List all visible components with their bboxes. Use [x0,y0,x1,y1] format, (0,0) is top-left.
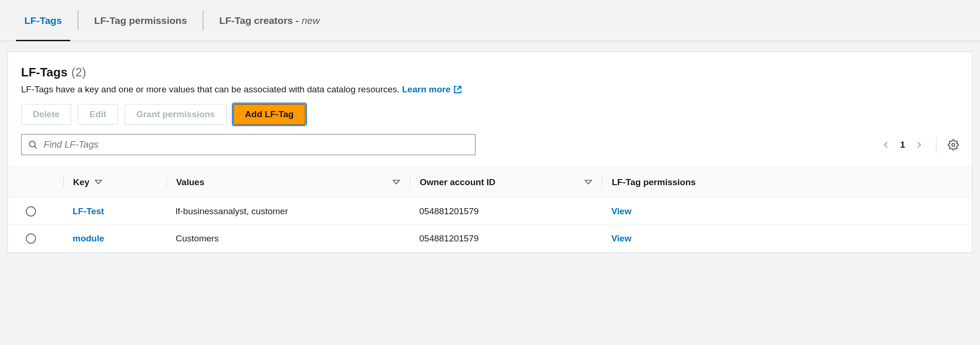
grant-permissions-button[interactable]: Grant permissions [125,104,227,125]
tab-divider [78,11,78,30]
panel-header: LF-Tags (2) LF-Tags have a key and one o… [8,65,972,95]
pagination: 1 [880,137,959,153]
column-label: Owner account ID [420,177,496,188]
row-radio[interactable] [26,233,36,244]
page-title: LF-Tags (2) [21,65,86,80]
new-badge: new [302,15,320,26]
view-permissions-link[interactable]: View [602,233,959,244]
action-bar: Delete Edit Grant permissions Add LF-Tag [21,104,959,125]
owner-cell: 054881201579 [410,233,602,244]
table-header-row: Key Values Owner account ID LF-Tag permi… [8,167,972,198]
filter-icon[interactable] [94,178,103,187]
chevron-left-icon [880,139,891,150]
search-icon [28,140,38,150]
svg-point-0 [30,141,35,147]
page-number: 1 [900,140,905,150]
pager-divider [936,137,936,153]
edit-button[interactable]: Edit [78,104,118,125]
filter-icon[interactable] [584,178,593,187]
key-link[interactable]: LF-Test [63,206,166,217]
toolbar: 1 [21,134,959,155]
add-lf-tag-button[interactable]: Add LF-Tag [233,104,305,125]
learn-more-link[interactable]: Learn more [402,84,461,95]
row-select-cell [21,206,63,217]
tab-label: LF-Tags [24,15,62,26]
column-label: Values [176,177,204,188]
column-owner[interactable]: Owner account ID [410,177,602,188]
tab-label: LF-Tag creators - [219,15,299,26]
table-row: LF-Test lf-businessanalyst, customer 054… [8,198,972,225]
lf-tags-table: Key Values Owner account ID LF-Tag permi… [8,166,972,252]
search-box[interactable] [21,134,475,155]
table-row: module Customers 054881201579 View [8,225,972,252]
values-cell: Customers [166,233,410,244]
column-values[interactable]: Values [166,177,410,188]
gear-icon [948,139,959,150]
title-text: LF-Tags [21,65,67,80]
delete-button[interactable]: Delete [21,104,71,125]
tab-lf-tags[interactable]: LF-Tags [13,9,73,32]
svg-point-1 [952,143,955,146]
row-radio[interactable] [26,206,36,217]
row-select-cell [21,233,63,244]
next-page-button[interactable] [913,139,925,150]
tab-divider [203,11,203,30]
tab-label: LF-Tag permissions [94,15,187,26]
search-input[interactable] [44,139,468,150]
lf-tags-panel: LF-Tags (2) LF-Tags have a key and one o… [7,52,973,253]
title-count: (2) [71,65,86,80]
owner-cell: 054881201579 [410,206,602,217]
column-label: LF-Tag permissions [612,177,696,188]
column-label: Key [73,177,89,188]
tab-lf-tag-creators[interactable]: LF-Tag creators - new [208,9,331,32]
tab-lf-tag-permissions[interactable]: LF-Tag permissions [83,9,198,32]
chevron-right-icon [913,139,925,150]
external-link-icon [453,85,462,94]
key-link[interactable]: module [63,233,166,244]
panel-description: LF-Tags have a key and one or more value… [21,84,959,95]
view-permissions-link[interactable]: View [602,206,959,217]
values-cell: lf-businessanalyst, customer [166,206,410,217]
filter-icon[interactable] [392,178,401,187]
prev-page-button[interactable] [880,139,891,150]
description-text: LF-Tags have a key and one or more value… [21,84,400,94]
settings-button[interactable] [948,139,959,150]
tabs-bar: LF-Tags LF-Tag permissions LF-Tag creato… [0,0,980,41]
learn-more-label: Learn more [402,84,450,95]
column-permissions: LF-Tag permissions [602,177,959,188]
column-key[interactable]: Key [63,177,166,188]
